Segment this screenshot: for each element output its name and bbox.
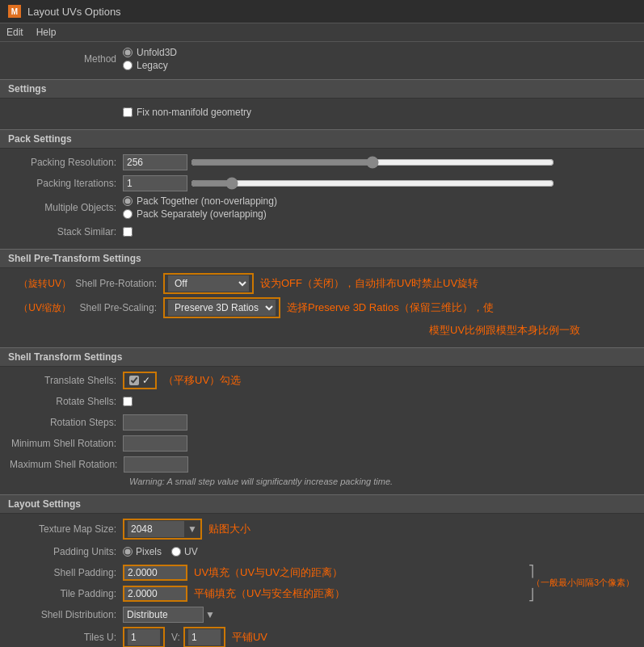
pre-scaling-left-annotation: （UV缩放） (10, 301, 74, 315)
shell-distribution-input[interactable] (123, 607, 204, 623)
method-unfold3d-radio[interactable] (123, 48, 133, 57)
packing-resolution-slider[interactable] (191, 156, 554, 169)
shell-padding-annotation: UV填充（UV与UV之间的距离） (194, 565, 343, 580)
pre-scaling-annotation: 选择Preserve 3D Ratios（保留三维比），使 (287, 300, 494, 315)
shell-distribution-wrapper: ▼ (123, 607, 215, 623)
fix-nonmanifold-checkbox[interactable] (123, 107, 133, 117)
method-legacy-radio[interactable] (123, 61, 133, 70)
shell-transform-warning: Warning: A small step value will signifi… (129, 477, 634, 486)
packing-iterations-track (123, 175, 554, 191)
title-bar: M Layout UVs Options (0, 0, 644, 23)
shell-padding-label: Shell Padding: (10, 567, 123, 578)
tiles-uv-row: Tiles U: V: 平铺UV (10, 627, 634, 647)
packing-iterations-row: Packing Iterations: (10, 174, 634, 192)
translate-shells-row: Translate Shells: ✓ （平移UV）勾选 (10, 372, 634, 389)
translate-shells-checkbox[interactable] (129, 376, 139, 385)
pack-together-label: Pack Together (non-overlapping) (137, 195, 277, 207)
pre-rotation-select[interactable]: Off Random Custom (168, 275, 249, 292)
translate-shells-annotation: （平移UV）勾选 (163, 373, 241, 388)
pre-rotation-select-wrapper: Off Random Custom (163, 273, 254, 294)
pre-scaling-select-wrapper: Preserve 3D Ratios None Uniform (163, 297, 280, 318)
texture-map-size-annotation: 贴图大小 (208, 522, 250, 536)
padding-units-label: Padding Units: (10, 546, 123, 557)
packing-iterations-label: Packing Iterations: (10, 178, 123, 189)
tiles-u-input[interactable] (128, 629, 160, 645)
menu-help[interactable]: Help (36, 27, 57, 38)
pre-scaling-select[interactable]: Preserve 3D Ratios None Uniform (168, 300, 276, 316)
padding-uv-label: UV (184, 546, 198, 557)
tiles-u-wrapper (123, 627, 165, 647)
shell-transform-content: Translate Shells: ✓ （平移UV）勾选 Rotate Shel… (0, 367, 644, 494)
rotate-shells-label: Rotate Shells: (10, 396, 123, 407)
app-icon: M (8, 5, 21, 18)
pre-scaling-annotation2: 模型UV比例跟模型本身比例一致 (429, 323, 580, 338)
texture-map-size-input[interactable] (128, 521, 184, 537)
shell-distribution-row: Shell Distribution: ▼ (10, 606, 634, 624)
pack-settings-header: Pack Settings (0, 129, 644, 149)
pre-scaling-label: Shell Pre-Scaling: (74, 302, 163, 313)
window-title: Layout UVs Options (27, 6, 121, 18)
rotate-shells-checkbox[interactable] (123, 397, 133, 406)
bracket-bottom: ⎦ (528, 589, 534, 600)
padding-pixels-row: Pixels UV (123, 546, 198, 557)
pack-separately-radio[interactable] (123, 209, 133, 219)
padding-pixels-label: Pixels (136, 546, 162, 557)
multiple-objects-row: Multiple Objects: Pack Together (non-ove… (10, 195, 634, 220)
max-shell-rotation-label: Maximum Shell Rotation: (10, 459, 124, 470)
stack-similar-row: Stack Similar: (10, 223, 634, 241)
packing-iterations-input[interactable] (123, 175, 187, 191)
packing-resolution-input[interactable] (123, 154, 187, 170)
menu-edit[interactable]: Edit (6, 27, 23, 38)
shell-padding-input[interactable] (123, 565, 187, 581)
shell-pretransform-content: （旋转UV） Shell Pre-Rotation: Off Random Cu… (0, 268, 644, 347)
pack-together-row: Pack Together (non-overlapping) (123, 195, 277, 207)
method-row: Method Unfold3D Legacy (10, 47, 634, 71)
tiles-v-input[interactable] (188, 629, 221, 645)
padding-units-row: Padding Units: Pixels UV (10, 543, 634, 561)
padding-pixels-radio[interactable] (123, 547, 133, 557)
padding-uv-radio[interactable] (171, 547, 181, 557)
side-annotation-text: （一般最小间隔3个像素） (532, 577, 634, 589)
max-shell-rotation-input[interactable]: 360.0000 (124, 456, 188, 473)
method-legacy-row: Legacy (123, 60, 177, 71)
pre-rotation-left-annotation: （旋转UV） (10, 277, 74, 291)
translate-shells-label: Translate Shells: (10, 375, 123, 386)
tiles-v-wrapper (183, 627, 225, 647)
texture-map-size-label: Texture Map Size: (10, 523, 123, 535)
multiple-objects-label: Multiple Objects: (10, 202, 123, 213)
tile-padding-label: Tile Padding: (10, 588, 123, 599)
pack-together-radio[interactable] (123, 196, 133, 206)
stack-similar-checkbox[interactable] (123, 227, 133, 237)
min-shell-rotation-row: Minimum Shell Rotation: 0.0000 (10, 435, 634, 452)
pre-scaling-annotation2-row: 模型UV比例跟模型本身比例一致 (10, 321, 634, 339)
pre-rotation-annotation: 设为OFF（关闭），自动排布UV时禁止UV旋转 (260, 276, 478, 291)
packing-resolution-track (123, 154, 554, 170)
settings-content: Fix non-manifold geometry (0, 99, 644, 129)
rotation-steps-label: Rotation Steps: (10, 417, 123, 428)
shell-transform-header: Shell Transform Settings (0, 347, 644, 367)
tile-padding-input[interactable] (123, 586, 187, 602)
packing-iterations-slider[interactable] (191, 177, 554, 190)
max-shell-rotation-row: Maximum Shell Rotation: 360.0000 (10, 456, 634, 473)
shell-pretransform-header: Shell Pre-Transform Settings (0, 249, 644, 268)
layout-settings-content: Texture Map Size: ▼ 贴图大小 Padding Units: … (0, 514, 644, 647)
method-section: Method Unfold3D Legacy (0, 42, 644, 79)
fix-nonmanifold-row: Fix non-manifold geometry (10, 103, 634, 121)
packing-resolution-row: Packing Resolution: (10, 153, 634, 171)
rotate-shells-row: Rotate Shells: (10, 393, 634, 410)
menu-bar: Edit Help (0, 23, 644, 42)
pack-separately-row: Pack Separately (overlapping) (123, 208, 277, 220)
method-unfold3d-label: Unfold3D (137, 47, 177, 58)
pack-separately-label: Pack Separately (overlapping) (137, 208, 267, 220)
rotation-steps-input[interactable]: 90.0000 (123, 414, 187, 431)
shell-distribution-arrow: ▼ (205, 609, 215, 620)
layout-settings-header: Layout Settings (0, 494, 644, 514)
min-shell-rotation-input[interactable]: 0.0000 (123, 435, 187, 452)
min-shell-rotation-label: Minimum Shell Rotation: (10, 438, 123, 449)
tile-padding-row: Tile Padding: 平铺填充（UV与安全框的距离） (10, 585, 525, 603)
padding-inputs: Shell Padding: UV填充（UV与UV之间的距离） Tile Pad… (10, 564, 525, 606)
tiles-v-label: V: (171, 632, 180, 643)
translate-shells-wrapper: ✓ (123, 372, 157, 389)
padding-group: Shell Padding: UV填充（UV与UV之间的距离） Tile Pad… (10, 564, 634, 606)
tile-padding-annotation: 平铺填充（UV与安全框的距离） (194, 586, 345, 601)
